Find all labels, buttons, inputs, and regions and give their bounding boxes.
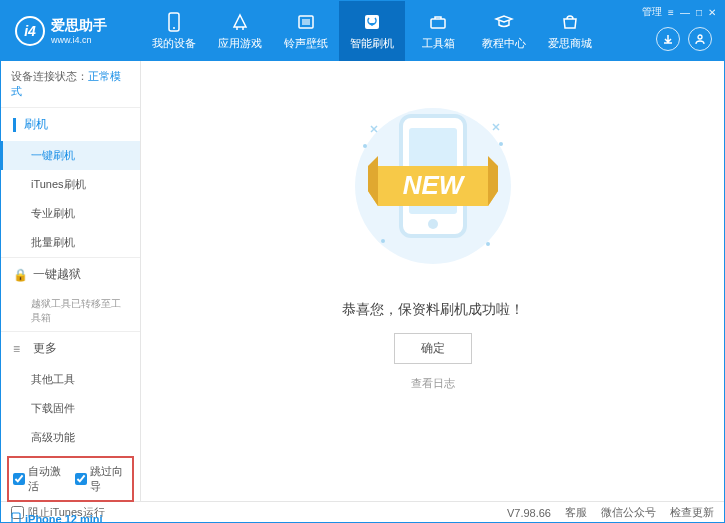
tab-ringtones[interactable]: 铃声壁纸 bbox=[273, 1, 339, 61]
tab-label: 教程中心 bbox=[482, 36, 526, 51]
window-controls: 管理 ≡ — □ ✕ bbox=[642, 5, 716, 19]
version-label: V7.98.66 bbox=[507, 507, 551, 519]
tab-label: 爱思商城 bbox=[548, 36, 592, 51]
device-name: iPhone 12 mini bbox=[11, 512, 130, 523]
conn-label: 设备连接状态： bbox=[11, 70, 88, 82]
section-more: ≡ 更多 其他工具 下载固件 高级功能 bbox=[1, 331, 140, 452]
device-phone-icon bbox=[11, 512, 21, 523]
tab-label: 应用游戏 bbox=[218, 36, 262, 51]
download-button[interactable] bbox=[656, 27, 680, 51]
options-highlight-box: 自动激活 跳过向导 bbox=[7, 456, 134, 502]
close-icon[interactable]: ✕ bbox=[708, 7, 716, 18]
flash-title: 刷机 bbox=[24, 116, 48, 133]
app-url: www.i4.cn bbox=[51, 35, 107, 45]
jailbreak-header[interactable]: 🔒 一键越狱 bbox=[1, 258, 140, 291]
tab-store[interactable]: 爱思商城 bbox=[537, 1, 603, 61]
sidebar-item-oneclick-flash[interactable]: 一键刷机 bbox=[1, 141, 140, 170]
manage-button[interactable]: 管理 bbox=[642, 5, 662, 19]
sidebar-item-other-tools[interactable]: 其他工具 bbox=[1, 365, 140, 394]
connection-status: 设备连接状态：正常模式 bbox=[1, 61, 140, 107]
device-block[interactable]: iPhone 12 mini 64GB Down-12mini-13,1 bbox=[1, 506, 140, 523]
footer-right: V7.98.66 客服 微信公众号 检查更新 bbox=[507, 505, 714, 520]
content-area: 设备连接状态：正常模式 刷机 一键刷机 iTunes刷机 专业刷机 批量刷机 🔒… bbox=[1, 61, 724, 501]
jailbreak-title: 一键越狱 bbox=[33, 266, 81, 283]
store-icon bbox=[560, 12, 580, 32]
flash-header[interactable]: 刷机 bbox=[1, 108, 140, 141]
app-logo-icon: i4 bbox=[15, 16, 45, 46]
tab-smart-flash[interactable]: 智能刷机 bbox=[339, 1, 405, 61]
active-bar-icon bbox=[13, 118, 16, 132]
sidebar-item-pro-flash[interactable]: 专业刷机 bbox=[1, 199, 140, 228]
tab-label: 工具箱 bbox=[422, 36, 455, 51]
phone-icon bbox=[164, 12, 184, 32]
hamburger-icon: ≡ bbox=[13, 342, 27, 356]
tab-my-device[interactable]: 我的设备 bbox=[141, 1, 207, 61]
jailbreak-note: 越狱工具已转移至工具箱 bbox=[1, 291, 140, 331]
tab-label: 铃声壁纸 bbox=[284, 36, 328, 51]
maximize-icon[interactable]: □ bbox=[696, 7, 702, 18]
sidebar-item-advanced[interactable]: 高级功能 bbox=[1, 423, 140, 452]
svg-rect-7 bbox=[12, 513, 20, 523]
menu-icon[interactable]: ≡ bbox=[668, 7, 674, 18]
sidebar-item-download-fw[interactable]: 下载固件 bbox=[1, 394, 140, 423]
section-flash: 刷机 一键刷机 iTunes刷机 专业刷机 批量刷机 bbox=[1, 107, 140, 257]
wechat-link[interactable]: 微信公众号 bbox=[601, 505, 656, 520]
svg-point-18 bbox=[486, 242, 490, 246]
auto-activate-checkbox[interactable]: 自动激活 bbox=[13, 464, 67, 494]
toolbox-icon bbox=[428, 12, 448, 32]
new-badge-text: NEW bbox=[402, 170, 465, 200]
sidebar: 设备连接状态：正常模式 刷机 一键刷机 iTunes刷机 专业刷机 批量刷机 🔒… bbox=[1, 61, 141, 501]
check-update-link[interactable]: 检查更新 bbox=[670, 505, 714, 520]
app-header: i4 爱思助手 www.i4.cn 我的设备 应用游戏 铃声壁纸 智能刷机 工具… bbox=[1, 1, 724, 61]
svg-point-17 bbox=[381, 239, 385, 243]
svg-point-15 bbox=[363, 144, 367, 148]
header-action-circles bbox=[656, 27, 712, 51]
success-message: 恭喜您，保资料刷机成功啦！ bbox=[342, 301, 524, 319]
main-panel: NEW 恭喜您，保资料刷机成功啦！ 确定 查看日志 bbox=[141, 61, 724, 501]
more-header[interactable]: ≡ 更多 bbox=[1, 332, 140, 365]
user-button[interactable] bbox=[688, 27, 712, 51]
tab-toolbox[interactable]: 工具箱 bbox=[405, 1, 471, 61]
svg-rect-3 bbox=[302, 19, 310, 25]
app-name: 爱思助手 bbox=[51, 17, 107, 35]
minimize-icon[interactable]: — bbox=[680, 7, 690, 18]
view-log-link[interactable]: 查看日志 bbox=[411, 376, 455, 391]
nav-tabs: 我的设备 应用游戏 铃声壁纸 智能刷机 工具箱 教程中心 爱思商城 bbox=[141, 1, 603, 61]
lock-icon: 🔒 bbox=[13, 268, 27, 282]
logo-text: 爱思助手 www.i4.cn bbox=[51, 17, 107, 45]
sidebar-item-batch-flash[interactable]: 批量刷机 bbox=[1, 228, 140, 257]
skip-guide-checkbox[interactable]: 跳过向导 bbox=[75, 464, 129, 494]
svg-point-11 bbox=[428, 219, 438, 229]
flash-icon bbox=[362, 12, 382, 32]
tab-label: 智能刷机 bbox=[350, 36, 394, 51]
section-jailbreak: 🔒 一键越狱 越狱工具已转移至工具箱 bbox=[1, 257, 140, 331]
svg-rect-5 bbox=[431, 19, 445, 28]
apps-icon bbox=[230, 12, 250, 32]
wallpaper-icon bbox=[296, 12, 316, 32]
tab-label: 我的设备 bbox=[152, 36, 196, 51]
tab-apps[interactable]: 应用游戏 bbox=[207, 1, 273, 61]
sidebar-item-itunes-flash[interactable]: iTunes刷机 bbox=[1, 170, 140, 199]
phone-new-illustration: NEW bbox=[358, 101, 508, 281]
support-link[interactable]: 客服 bbox=[565, 505, 587, 520]
svg-rect-4 bbox=[365, 15, 379, 29]
svg-point-1 bbox=[173, 27, 175, 29]
more-title: 更多 bbox=[33, 340, 57, 357]
tutorial-icon bbox=[494, 12, 514, 32]
ok-button[interactable]: 确定 bbox=[394, 333, 472, 364]
logo-area: i4 爱思助手 www.i4.cn bbox=[1, 16, 141, 46]
svg-point-16 bbox=[499, 142, 503, 146]
tab-tutorials[interactable]: 教程中心 bbox=[471, 1, 537, 61]
svg-point-6 bbox=[698, 35, 702, 39]
